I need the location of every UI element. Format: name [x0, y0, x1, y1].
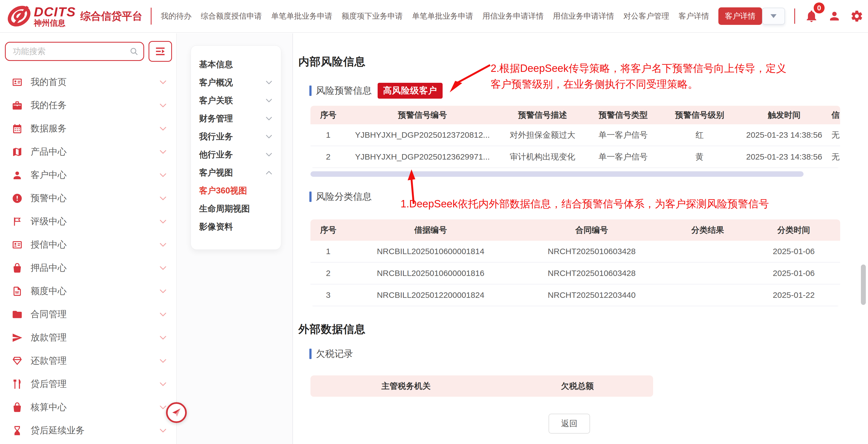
customer-view-menu-card: 基本信息 客户概况 客户关联 财务管理 我行业务 他行业务 客户视图 客户360…	[191, 46, 281, 250]
gem-icon	[12, 355, 23, 366]
product-title: 综合信贷平台	[80, 9, 143, 23]
chevron-down-icon	[159, 101, 167, 110]
section-bar	[309, 191, 312, 202]
top-header: DCITS 神州信息 综合信贷平台 我的待办 综合额度授信申请 单笔单批业务申请…	[0, 0, 868, 33]
section-bar	[309, 86, 312, 96]
submenu-item-basic-info[interactable]: 基本信息	[199, 56, 273, 73]
chevron-down-icon	[265, 151, 273, 158]
sidebar-item-disbursement-mgmt[interactable]: 放款管理	[4, 326, 176, 349]
user-profile-icon[interactable]	[828, 9, 841, 23]
logo-dcits-text: DCITS	[34, 5, 76, 19]
search-icon	[129, 47, 138, 56]
sidebar-item-customer-center[interactable]: 客户中心	[4, 164, 176, 187]
sidebar-item-contract-mgmt[interactable]: 合同管理	[4, 303, 176, 326]
annotation-arrow-2	[447, 63, 493, 96]
calendar-icon	[12, 123, 23, 134]
table-header-row: 序号 借据编号 合同编号 分类结果 分类时间	[310, 219, 840, 241]
sidebar-item-repayment-mgmt[interactable]: 还款管理	[4, 349, 176, 373]
table-row[interactable]: 3 NRCBILL2025012200001824 NRCHT202501220…	[310, 285, 840, 306]
user-icon	[12, 170, 23, 181]
high-risk-badge: 高风险级客户	[378, 83, 443, 99]
submenu-item-other-bank-business[interactable]: 他行业务	[199, 146, 273, 164]
chevron-down-icon	[159, 125, 167, 133]
sidebar-item-credit-center[interactable]: 授信中心	[4, 233, 176, 256]
sidebar-item-collateral-center[interactable]: 押品中心	[4, 256, 176, 279]
submenu-item-finance-mgmt[interactable]: 财务管理	[199, 110, 273, 127]
chevron-down-icon	[265, 133, 273, 141]
dcits-swirl-icon	[7, 4, 31, 28]
nav-item-under-quota[interactable]: 额度项下业务申请	[342, 11, 403, 21]
nav-item-loan-detail-2[interactable]: 用信业务申请详情	[553, 11, 614, 21]
sidebar-collapse-button[interactable]	[166, 402, 187, 423]
notification-badge: 0	[814, 2, 825, 13]
chevron-down-icon	[159, 380, 167, 388]
chevron-down-icon	[159, 426, 167, 435]
briefcase-icon	[12, 100, 23, 111]
submenu-item-customer-view[interactable]: 客户视图	[199, 164, 273, 182]
nav-item-credit-apply[interactable]: 综合额度授信申请	[201, 11, 262, 21]
submenu-item-lifecycle-view[interactable]: 生命周期视图	[199, 200, 273, 218]
nav-item-single-batch-1[interactable]: 单笔单批业务申请	[271, 11, 332, 21]
flag-icon	[12, 216, 23, 227]
annotation-arrow-1	[405, 168, 421, 206]
submenu-item-customer-360-view[interactable]: 客户360视图	[199, 182, 273, 200]
top-nav: 我的待办 综合额度授信申请 单笔单批业务申请 额度项下业务申请 单笔单批业务申请…	[161, 7, 762, 25]
annotation-2: 2.根据DeepSeek传导策略，将客户名下预警信号向上传导，定义 客户预警级别…	[491, 61, 786, 92]
tabs-dropdown-button[interactable]	[762, 8, 785, 25]
notification-button[interactable]: 0	[804, 9, 818, 23]
chevron-down-icon	[265, 79, 273, 86]
chevron-down-icon	[265, 115, 273, 122]
table-row[interactable]: 1 NRCBILL2025010600001814 NRCHT202501060…	[310, 241, 840, 263]
tax-arrears-section-header: 欠税记录	[309, 348, 868, 360]
sidebar-item-quota-center[interactable]: 额度中心	[4, 279, 176, 303]
submenu-strip: 基本信息 客户概况 客户关联 财务管理 我行业务 他行业务 客户视图 客户360…	[178, 33, 293, 444]
sidebar-item-my-tasks[interactable]: 我的任务	[4, 94, 176, 117]
app-logo: DCITS 神州信息 综合信贷平台	[7, 4, 161, 28]
tax-arrears-table: 主管税务机关 欠税总额	[310, 376, 653, 397]
bag-icon	[12, 263, 23, 273]
nav-item-my-todo[interactable]: 我的待办	[161, 11, 191, 21]
chevron-down-icon	[265, 97, 273, 105]
table-row[interactable]: 2 NRCBILL2025010600001816 NRCHT202501060…	[310, 263, 840, 285]
sidebar-item-accounting-center[interactable]: 核算中心	[4, 396, 176, 419]
nav-active-tab-customer-detail[interactable]: 客户详情	[718, 7, 762, 25]
horizontal-scrollbar[interactable]	[310, 171, 804, 177]
chevron-down-icon	[159, 357, 167, 365]
chevron-down-icon	[159, 171, 167, 179]
risk-warning-table: 序号 预警信号编号 预警信号描述 预警信号类型 预警信号级别 触发时间 信 1 …	[310, 106, 840, 168]
submenu-item-customer-overview[interactable]: 客户概况	[199, 73, 273, 92]
menu-unfold-icon	[155, 46, 166, 57]
nav-item-corporate-customer[interactable]: 对公客户管理	[623, 11, 669, 21]
nav-item-loan-detail-1[interactable]: 用信业务申请详情	[483, 11, 544, 21]
sidebar-item-my-home[interactable]: 我的首页	[4, 70, 176, 94]
table-row[interactable]: 1 YJBHYJXH_DGP20250123720812... 对外担保金额过大…	[310, 124, 840, 146]
plane-left-icon	[171, 407, 182, 418]
chevron-down-icon	[159, 310, 167, 319]
nav-item-single-batch-2[interactable]: 单笔单批业务申请	[412, 11, 473, 21]
vertical-scrollbar[interactable]	[861, 265, 866, 305]
sidebar-item-product-center[interactable]: 产品中心	[4, 140, 176, 164]
sidebar-item-warning-center[interactable]: 预警中心	[4, 187, 176, 210]
nav-item-customer-detail[interactable]: 客户详情	[679, 11, 709, 21]
sidebar-item-data-services[interactable]: 数据服务	[4, 117, 176, 140]
chevron-up-icon	[265, 169, 273, 177]
menu-collapse-button[interactable]	[149, 41, 172, 62]
annotation-1: 1.DeepSeek依托内外部数据信息，结合预警信号体系，为客户探测风险预警信号	[401, 196, 769, 212]
chevron-down-icon	[159, 334, 167, 342]
chevron-down-icon	[159, 217, 167, 226]
header-actions: 0	[762, 8, 863, 25]
submenu-item-image-materials[interactable]: 影像资料	[199, 218, 273, 236]
left-sidebar: 我的首页 我的任务 数据服务 产品中心 客户中心 预警中心	[0, 33, 177, 444]
table-row[interactable]: 2 YJBHYJXH_DGP20250123629971... 审计机构出现变化…	[310, 146, 840, 168]
submenu-item-customer-relations[interactable]: 客户关联	[199, 92, 273, 110]
search-input[interactable]	[12, 47, 129, 56]
submenu-item-our-bank-business[interactable]: 我行业务	[199, 127, 273, 146]
gear-icon[interactable]	[850, 9, 863, 23]
sidebar-item-rating-center[interactable]: 评级中心	[4, 210, 176, 233]
alert-icon	[12, 193, 23, 204]
header-divider	[794, 8, 795, 24]
hourglass-icon	[12, 425, 23, 436]
sidebar-item-post-loan-continuation[interactable]: 贷后延续业务	[4, 419, 176, 442]
back-button[interactable]: 返回	[549, 414, 590, 434]
sidebar-item-post-loan-mgmt[interactable]: 贷后管理	[4, 373, 176, 396]
